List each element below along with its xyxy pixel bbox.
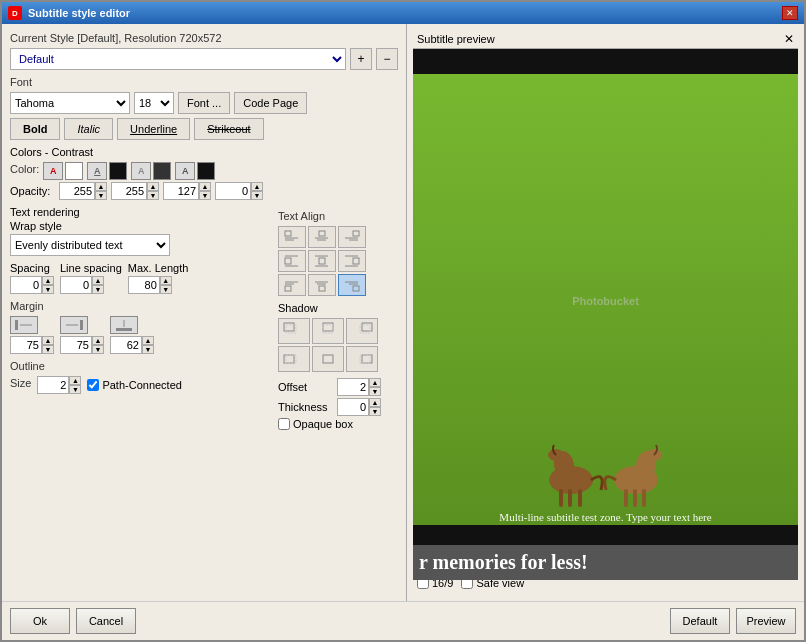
outline-size-input[interactable]: [37, 376, 69, 394]
default-button[interactable]: Default: [670, 608, 730, 634]
thickness-input[interactable]: [337, 398, 369, 416]
ok-button[interactable]: Ok: [10, 608, 70, 634]
opacity-down-3[interactable]: ▼: [199, 191, 211, 200]
margin-down-right[interactable]: ▼: [92, 345, 104, 354]
right-panel: Subtitle preview ✕: [407, 24, 804, 601]
color-swatch-4[interactable]: [197, 162, 215, 180]
offset-down[interactable]: ▼: [369, 387, 381, 396]
svg-rect-48: [568, 489, 572, 507]
font-dropdown[interactable]: Tahoma: [10, 92, 130, 114]
opacity-up-2[interactable]: ▲: [147, 182, 159, 191]
margin-up-vertical[interactable]: ▲: [142, 336, 154, 345]
color-icon-2[interactable]: A: [87, 162, 107, 180]
margin-icon-right[interactable]: [60, 316, 88, 334]
color-label: Color:: [10, 163, 39, 175]
line-spacing-input[interactable]: [60, 276, 92, 294]
opacity-up-4[interactable]: ▲: [251, 182, 263, 191]
shadow-tc[interactable]: [312, 318, 344, 344]
preview-close-button[interactable]: ✕: [784, 32, 794, 46]
horse-bottom-black: [413, 525, 798, 545]
color-icon-4[interactable]: A: [175, 162, 195, 180]
shadow-mc[interactable]: [312, 346, 344, 372]
color-icon-3[interactable]: A: [131, 162, 151, 180]
underline-button[interactable]: Underline: [117, 118, 190, 140]
shadow-tr[interactable]: [346, 318, 378, 344]
thickness-down[interactable]: ▼: [369, 407, 381, 416]
path-connected-label[interactable]: Path-Connected: [87, 379, 182, 391]
color-swatch-3[interactable]: [153, 162, 171, 180]
align-tr[interactable]: [338, 226, 366, 248]
thickness-label: Thickness: [278, 401, 333, 413]
color-icon-1[interactable]: A: [43, 162, 63, 180]
color-row: Color: A A A A: [10, 162, 398, 180]
align-bl[interactable]: [278, 274, 306, 296]
bold-button[interactable]: Bold: [10, 118, 60, 140]
shadow-ml[interactable]: [278, 346, 310, 372]
memories-bar: r memories for less!: [413, 545, 798, 580]
shadow-tl[interactable]: [278, 318, 310, 344]
strikeout-button[interactable]: Strikeout: [194, 118, 263, 140]
horses-svg: [526, 415, 686, 515]
margin-up-right[interactable]: ▲: [92, 336, 104, 345]
offset-input[interactable]: [337, 378, 369, 396]
margin-down-left[interactable]: ▼: [42, 345, 54, 354]
outline-size-up[interactable]: ▲: [69, 376, 81, 385]
thickness-up[interactable]: ▲: [369, 398, 381, 407]
align-mc[interactable]: [308, 250, 336, 272]
style-dropdown[interactable]: Default: [10, 48, 346, 70]
opacity-up-1[interactable]: ▲: [95, 182, 107, 191]
align-tl[interactable]: [278, 226, 306, 248]
opacity-input-4[interactable]: [215, 182, 251, 200]
opacity-down-2[interactable]: ▼: [147, 191, 159, 200]
max-length-input[interactable]: [128, 276, 160, 294]
cancel-button[interactable]: Cancel: [76, 608, 136, 634]
align-tc[interactable]: [308, 226, 336, 248]
max-length-up[interactable]: ▲: [160, 276, 172, 285]
margin-icon-vertical[interactable]: [110, 316, 138, 334]
spacing-item: Spacing ▲ ▼: [10, 262, 54, 294]
preview-button[interactable]: Preview: [736, 608, 796, 634]
style-row: Default + −: [10, 48, 398, 70]
align-bc[interactable]: [308, 274, 336, 296]
svg-rect-18: [319, 258, 325, 264]
add-style-button[interactable]: +: [350, 48, 372, 70]
outline-size-down[interactable]: ▼: [69, 385, 81, 394]
opacity-down-4[interactable]: ▼: [251, 191, 263, 200]
font-button[interactable]: Font ...: [178, 92, 230, 114]
line-spacing-up[interactable]: ▲: [92, 276, 104, 285]
spacing-down[interactable]: ▼: [42, 285, 54, 294]
margin-down-vertical[interactable]: ▼: [142, 345, 154, 354]
margin-input-right[interactable]: [60, 336, 92, 354]
opaque-box-label[interactable]: Opaque box: [278, 418, 398, 430]
close-button[interactable]: ✕: [782, 6, 798, 20]
color-swatch-2[interactable]: [109, 162, 127, 180]
color-swatch-1[interactable]: [65, 162, 83, 180]
align-mr[interactable]: [338, 250, 366, 272]
margin-icon-left[interactable]: [10, 316, 38, 334]
opacity-down-1[interactable]: ▼: [95, 191, 107, 200]
line-spacing-down[interactable]: ▼: [92, 285, 104, 294]
spacing-input[interactable]: [10, 276, 42, 294]
offset-up[interactable]: ▲: [369, 378, 381, 387]
spacing-up[interactable]: ▲: [42, 276, 54, 285]
opacity-input-1[interactable]: [59, 182, 95, 200]
wrap-style-dropdown[interactable]: Evenly distributed text: [10, 234, 170, 256]
italic-button[interactable]: Italic: [64, 118, 113, 140]
svg-rect-12: [353, 231, 359, 236]
max-length-down[interactable]: ▼: [160, 285, 172, 294]
path-connected-checkbox[interactable]: [87, 379, 99, 391]
code-page-button[interactable]: Code Page: [234, 92, 307, 114]
align-br[interactable]: [338, 274, 366, 296]
opacity-input-3[interactable]: [163, 182, 199, 200]
margin-input-vertical[interactable]: [110, 336, 142, 354]
margin-input-left[interactable]: [10, 336, 42, 354]
remove-style-button[interactable]: −: [376, 48, 398, 70]
margin-up-left[interactable]: ▲: [42, 336, 54, 345]
opaque-box-checkbox[interactable]: [278, 418, 290, 430]
opacity-up-3[interactable]: ▲: [199, 182, 211, 191]
opacity-input-2[interactable]: [111, 182, 147, 200]
shadow-mr[interactable]: [346, 346, 378, 372]
font-size-dropdown[interactable]: 18: [134, 92, 174, 114]
svg-rect-54: [633, 489, 637, 507]
align-ml[interactable]: [278, 250, 306, 272]
